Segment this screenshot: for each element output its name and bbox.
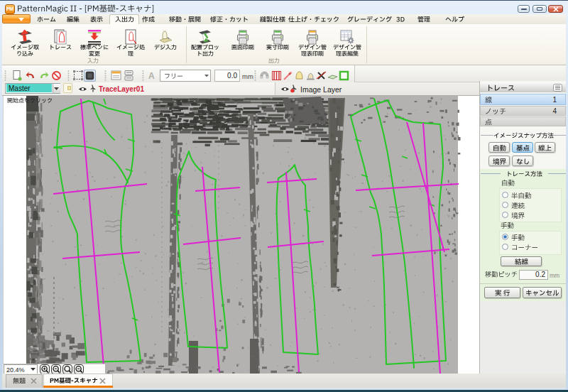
svg-text:A: A xyxy=(148,71,155,81)
